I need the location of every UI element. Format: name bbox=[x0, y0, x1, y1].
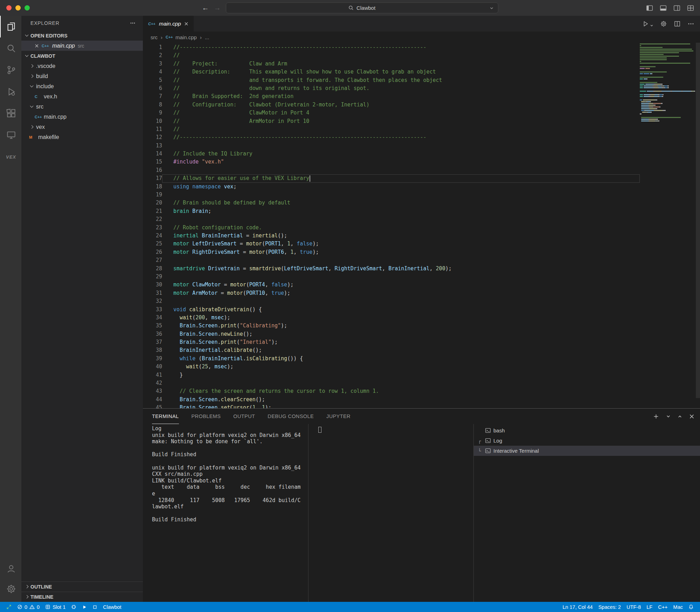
code-line-14[interactable]: 14// Include the IQ Library bbox=[143, 150, 700, 158]
code-line-9[interactable]: 9// ClawMotor in Port 4 bbox=[143, 109, 700, 117]
code-line-12[interactable]: 12//------------------------------------… bbox=[143, 133, 700, 141]
code-line-36[interactable]: 36 Brain.Screen.newLine(); bbox=[143, 330, 700, 338]
close-panel-icon[interactable] bbox=[689, 414, 694, 419]
code-line-15[interactable]: 15#include "vex.h" bbox=[143, 158, 700, 166]
code-line-20[interactable]: 20// Brain should be defined by default bbox=[143, 199, 700, 207]
toggle-secondary-sidebar-icon[interactable] bbox=[673, 4, 681, 12]
interactive-terminal-pane[interactable] bbox=[308, 424, 473, 602]
code-line-32[interactable]: 32 bbox=[143, 297, 700, 305]
code-line-38[interactable]: 38 BrainInertial.calibrate(); bbox=[143, 346, 700, 354]
code-line-42[interactable]: 42 bbox=[143, 379, 700, 387]
run-file-button[interactable] bbox=[642, 20, 653, 27]
search-icon[interactable] bbox=[0, 37, 21, 59]
code-line-27[interactable]: 27 bbox=[143, 256, 700, 264]
code-line-23[interactable]: 23// Robot configuration code. bbox=[143, 224, 700, 232]
code-editor[interactable]: 1//-------------------------------------… bbox=[143, 43, 700, 408]
tree-item-vex[interactable]: vex bbox=[21, 122, 143, 132]
code-line-35[interactable]: 35 Brain.Screen.print("Calibrating"); bbox=[143, 322, 700, 330]
code-line-41[interactable]: 41 } bbox=[143, 371, 700, 379]
code-line-11[interactable]: 11// bbox=[143, 125, 700, 133]
panel-tab-problems[interactable]: PROBLEMS bbox=[192, 409, 221, 424]
tree-item-makefile[interactable]: Mmakefile bbox=[21, 132, 143, 142]
tree-item--vscode[interactable]: .vscode bbox=[21, 61, 143, 71]
panel-tab-output[interactable]: OUTPUT bbox=[233, 409, 255, 424]
panel-tab-debug-console[interactable]: DEBUG CONSOLE bbox=[268, 409, 314, 424]
code-line-40[interactable]: 40 wait(25, msec); bbox=[143, 363, 700, 371]
remote-explorer-icon[interactable] bbox=[0, 124, 21, 146]
tree-item-build[interactable]: build bbox=[21, 71, 143, 81]
close-icon[interactable] bbox=[35, 44, 39, 48]
vex-extension-icon[interactable]: VEX bbox=[0, 146, 21, 168]
run-settings-gear-icon[interactable] bbox=[660, 20, 667, 27]
tree-item-include[interactable]: include bbox=[21, 81, 143, 91]
os-target-indicator[interactable]: Mac bbox=[671, 602, 686, 612]
back-button[interactable]: ← bbox=[202, 4, 209, 12]
forward-button[interactable]: → bbox=[214, 4, 221, 12]
panel-tab-jupyter[interactable]: JUPYTER bbox=[326, 409, 351, 424]
cursor-position-indicator[interactable]: Ln 17, Col 44 bbox=[560, 602, 595, 612]
code-line-2[interactable]: 2// bbox=[143, 51, 700, 60]
breadcrumb-item[interactable]: C++main.cpp bbox=[166, 34, 197, 40]
run-project-button[interactable] bbox=[79, 602, 90, 612]
code-line-21[interactable]: 21brain Brain; bbox=[143, 207, 700, 215]
terminal-list-item-bash[interactable]: bash bbox=[474, 425, 700, 436]
code-line-16[interactable]: 16 bbox=[143, 166, 700, 174]
code-line-8[interactable]: 8// Configuration: Clawbot (Drivetrain 2… bbox=[143, 101, 700, 109]
outline-section-header[interactable]: OUTLINE bbox=[21, 582, 143, 592]
code-line-31[interactable]: 31motor ArmMotor = motor(PORT10, true); bbox=[143, 289, 700, 297]
panel-tab-terminal[interactable]: TERMINAL bbox=[152, 409, 179, 424]
split-editor-icon[interactable] bbox=[674, 20, 681, 27]
chevron-down-icon[interactable] bbox=[490, 6, 494, 10]
problems-indicator[interactable]: 0 0 bbox=[14, 602, 42, 612]
new-terminal-icon[interactable] bbox=[653, 413, 659, 419]
settings-gear-icon[interactable] bbox=[0, 579, 21, 599]
command-center-search[interactable]: Clawbot bbox=[226, 2, 498, 13]
project-name-label[interactable]: Clawbot bbox=[100, 602, 124, 612]
terminal-list-item-interactive-terminal[interactable]: └Interactive Terminal bbox=[474, 446, 700, 456]
tree-item-main-cpp[interactable]: C++main.cpp bbox=[21, 112, 143, 122]
indentation-indicator[interactable]: Spaces: 2 bbox=[596, 602, 624, 612]
brain-download-button[interactable] bbox=[68, 602, 79, 612]
project-section-header[interactable]: CLAWBOT bbox=[21, 51, 143, 61]
tree-item-vex-h[interactable]: Cvex.h bbox=[21, 91, 143, 102]
editor-scrollbar[interactable] bbox=[696, 43, 700, 398]
code-line-6[interactable]: 6// down and returns to its original spo… bbox=[143, 84, 700, 92]
timeline-section-header[interactable]: TIMELINE bbox=[21, 592, 143, 602]
code-line-10[interactable]: 10// ArmMotor in Port 10 bbox=[143, 117, 700, 125]
account-icon[interactable] bbox=[0, 558, 21, 579]
explorer-icon[interactable] bbox=[0, 16, 21, 37]
code-line-17[interactable]: 17// Allows for easier use of the VEX Li… bbox=[143, 174, 700, 182]
more-actions-icon[interactable] bbox=[687, 20, 694, 27]
code-line-43[interactable]: 43 // Clears the screen and returns the … bbox=[143, 387, 700, 395]
code-line-7[interactable]: 7// Brain Supported: 2nd generation bbox=[143, 92, 700, 100]
terminal-profile-dropdown-icon[interactable] bbox=[666, 414, 671, 419]
customize-layout-icon[interactable] bbox=[687, 4, 694, 12]
code-line-34[interactable]: 34 wait(200, msec); bbox=[143, 314, 700, 322]
code-line-18[interactable]: 18using namespace vex; bbox=[143, 183, 700, 191]
encoding-indicator[interactable]: UTF-8 bbox=[624, 602, 644, 612]
code-line-24[interactable]: 24inertial BrainInertial = inertial(); bbox=[143, 232, 700, 240]
code-line-45[interactable]: 45 Brain.Screen.setCursor(1, 1); bbox=[143, 404, 700, 408]
code-line-19[interactable]: 19 bbox=[143, 191, 700, 199]
code-line-1[interactable]: 1//-------------------------------------… bbox=[143, 43, 700, 51]
code-line-28[interactable]: 28smartdrive Drivetrain = smartdrive(Lef… bbox=[143, 265, 700, 273]
code-line-25[interactable]: 25motor LeftDriveSmart = motor(PORT1, 1,… bbox=[143, 240, 700, 248]
breadcrumb-item[interactable]: src bbox=[151, 34, 158, 40]
code-line-44[interactable]: 44 Brain.Screen.clearScreen(); bbox=[143, 396, 700, 404]
code-line-4[interactable]: 4// Description: This example will show … bbox=[143, 68, 700, 76]
source-control-icon[interactable] bbox=[0, 59, 21, 81]
terminal-log-pane[interactable]: Logunix build for platform vexiq2 on Dar… bbox=[143, 424, 308, 602]
language-indicator[interactable]: C++ bbox=[655, 602, 670, 612]
code-line-33[interactable]: 33void calibrateDrivetrain() { bbox=[143, 306, 700, 314]
open-editor-item-main-cpp[interactable]: C++ main.cpp src bbox=[21, 41, 143, 51]
code-line-39[interactable]: 39 while (BrainInertial.isCalibrating())… bbox=[143, 355, 700, 363]
close-tab-icon[interactable] bbox=[184, 22, 188, 26]
maximize-panel-icon[interactable] bbox=[678, 414, 682, 419]
extensions-icon[interactable] bbox=[0, 103, 21, 124]
minimap[interactable] bbox=[640, 43, 696, 122]
run-debug-icon[interactable] bbox=[0, 81, 21, 103]
tree-item-src[interactable]: src bbox=[21, 102, 143, 112]
notifications-bell[interactable] bbox=[686, 602, 696, 612]
remote-indicator[interactable] bbox=[4, 602, 14, 612]
slot-indicator[interactable]: Slot 1 bbox=[42, 602, 68, 612]
